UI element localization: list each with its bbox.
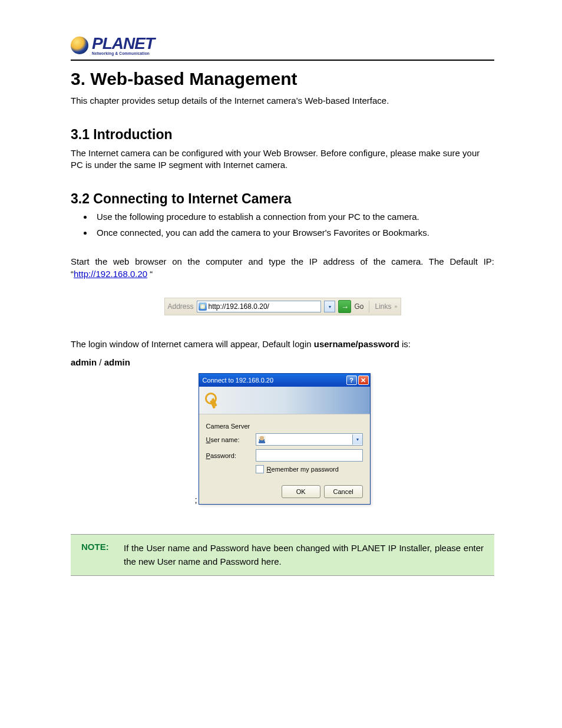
help-button[interactable]: ?: [346, 375, 357, 385]
address-label: Address: [168, 302, 194, 311]
remember-label: Remember my password: [267, 466, 339, 473]
section-connect-heading: 3.2 Connecting to Internet Camera: [71, 191, 494, 207]
address-bar-figure: Address http://192.168.0.20/ ▾ → Go Link…: [71, 298, 494, 315]
close-button[interactable]: ✕: [358, 375, 369, 385]
chapter-intro: This chapter provides setup details of t…: [71, 95, 494, 107]
address-input[interactable]: http://192.168.0.20/: [197, 301, 322, 312]
logo-text: PLANET Networking & Communication: [92, 35, 154, 56]
username-label: User name:: [206, 436, 256, 443]
header-rule: [71, 60, 494, 61]
cred-user: admin: [71, 357, 97, 367]
note-text: If the User name and Password have been …: [124, 542, 484, 568]
password-input[interactable]: [256, 449, 363, 462]
go-button-label: Go: [354, 302, 363, 311]
note-box: NOTE: If the User name and Password have…: [71, 535, 494, 575]
address-bar: Address http://192.168.0.20/ ▾ → Go Link…: [164, 298, 401, 315]
keys-icon: [203, 391, 220, 409]
bullet-item: Once connected, you can add the camera t…: [93, 228, 494, 238]
remember-row: Remember my password: [256, 465, 363, 473]
cancel-button[interactable]: Cancel: [324, 485, 363, 498]
person-icon: [258, 436, 266, 443]
dialog-title: Connect to 192.168.0.20: [203, 377, 345, 384]
username-dropdown[interactable]: ▾: [352, 434, 362, 444]
note-container: NOTE: If the User name and Password have…: [71, 534, 494, 576]
globe-icon: [71, 37, 88, 54]
section-intro-body: The Internet camera can be configured wi…: [71, 147, 494, 172]
dialog-banner: [199, 387, 370, 414]
server-row: Camera Server: [206, 423, 363, 430]
cred-slash: /: [97, 357, 104, 367]
password-label: Password:: [206, 452, 256, 459]
login-intro-bold: username/password: [314, 339, 399, 349]
connect-bullets: Use the following procedure to establish…: [71, 212, 494, 238]
cred-pass: admin: [104, 357, 130, 367]
ok-button[interactable]: OK: [282, 485, 320, 498]
logo-tagline: Networking & Communication: [92, 52, 154, 56]
username-row: User name: ▾: [206, 433, 363, 446]
toolbar-separator: [369, 301, 369, 312]
start-paragraph: Start the web browser on the computer an…: [71, 255, 494, 280]
ie-page-icon: [199, 302, 207, 311]
logo-brand: PLANET: [92, 35, 154, 52]
start-suffix: “: [147, 269, 153, 279]
login-intro-prefix: The login window of Internet camera will…: [71, 339, 314, 349]
remember-checkbox[interactable]: [256, 465, 264, 473]
brand-logo: PLANET Networking & Communication: [71, 35, 494, 56]
dialog-titlebar: Connect to 192.168.0.20 ? ✕: [199, 374, 370, 387]
dialog-buttons: OK Cancel: [206, 485, 363, 498]
links-label[interactable]: Links: [375, 302, 391, 311]
stray-semicolon: ;: [194, 495, 197, 505]
username-input[interactable]: ▾: [256, 433, 363, 446]
login-intro-suffix: is:: [399, 339, 411, 349]
bullet-item: Use the following procedure to establish…: [93, 212, 494, 222]
default-ip-link[interactable]: http://192.168.0.20: [74, 269, 147, 279]
chapter-title: 3. Web-based Management: [71, 69, 494, 89]
dialog-body: Camera Server User name: ▾ Password: Rem…: [199, 414, 370, 504]
section-intro-heading: 3.1 Introduction: [71, 127, 494, 143]
note-label: NOTE:: [81, 542, 114, 568]
login-dialog: Connect to 192.168.0.20 ? ✕ Camera Serve…: [199, 373, 371, 505]
address-dropdown[interactable]: ▾: [324, 301, 335, 312]
go-button-icon[interactable]: →: [338, 300, 351, 313]
server-label: Camera Server: [206, 423, 256, 430]
address-url: http://192.168.0.20/: [209, 302, 269, 311]
password-row: Password:: [206, 449, 363, 462]
login-intro: The login window of Internet camera will…: [71, 339, 494, 349]
chevron-right-icon[interactable]: »: [394, 304, 397, 309]
document-page: PLANET Networking & Communication 3. Web…: [0, 0, 562, 611]
login-dialog-figure: ; Connect to 192.168.0.20 ? ✕ Camera Ser…: [71, 373, 494, 505]
default-credentials: admin / admin: [71, 357, 494, 367]
